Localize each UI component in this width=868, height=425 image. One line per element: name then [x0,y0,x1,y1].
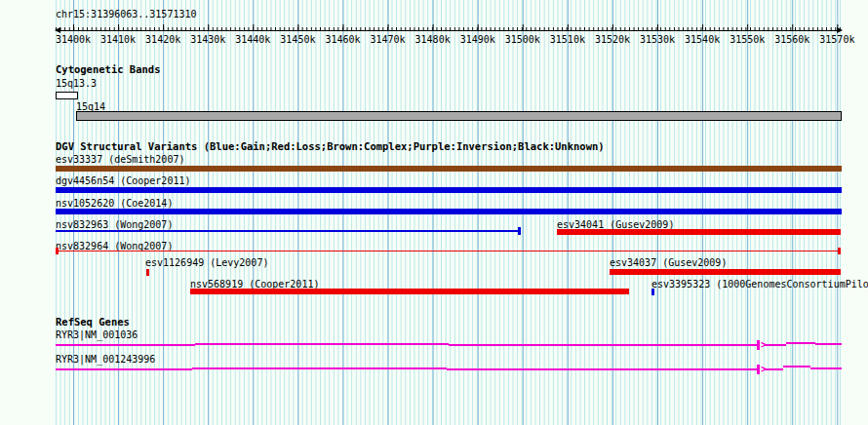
ruler-tick-label: 31520k [595,34,630,45]
cytogenetic-bands-header: Cytogenetic Bands [56,64,160,75]
ruler-tick-label: 31460k [325,34,360,45]
variant-bar[interactable] [190,289,629,294]
gene-line-segment[interactable] [195,343,449,345]
cytoband-box [56,92,78,99]
gene-line-segment[interactable] [56,344,195,346]
refseq-genes-header: RefSeq Genes [56,317,130,328]
ruler-tick-label: 31450k [280,34,315,45]
variant-bar[interactable] [56,230,520,232]
region-coordinates-label: chr15:31396063..31571310 [56,9,197,19]
ruler-tick-label: 31470k [370,34,405,45]
gene-strand-arrow-icon: > [761,364,767,374]
ruler-tick-label: 31440k [235,34,270,45]
gene-line-segment[interactable] [783,366,810,367]
gene-line-segment[interactable] [719,344,758,346]
variant-end-tick[interactable] [838,248,841,254]
variant-label[interactable]: esv33337 (deSmith2007) [56,154,184,165]
ruler-tick-label: 31510k [550,34,585,45]
gene-strand-arrow-icon: > [761,339,767,350]
ruler-tick-label: 31490k [460,34,495,45]
ruler-tick-label: 31480k [415,34,451,45]
ruler-tick-label: 31410k [100,34,136,45]
variant-end-tick[interactable] [56,248,59,254]
variant-label[interactable]: esv34037 (Gusev2009) [610,257,727,268]
variant-label[interactable]: dgv4456n54 (Cooper2011) [56,175,190,186]
ruler-tick-label: 31560k [774,34,809,45]
ruler-right-arrow-icon [837,27,843,33]
gene-label[interactable]: RYR3|NM_001243996 [56,354,155,365]
variant-end-tick[interactable] [651,289,654,295]
gene-line-segment[interactable] [764,344,786,346]
ruler-tick-label: 31430k [190,34,225,45]
ruler-left-arrow-icon [55,27,60,33]
genome-browser-view: chr15:31396063..31571310 31400k31410k314… [0,0,868,425]
gene-line-segment[interactable] [815,343,842,345]
ruler-major-ticks [56,24,842,30]
gene-line-segment[interactable] [447,368,719,370]
gene-exon-tick[interactable] [757,340,760,350]
variant-bar[interactable] [56,209,842,214]
ruler-tick-label: 31500k [505,34,540,45]
gene-line-segment[interactable] [56,368,192,370]
cytoband-box [76,111,842,121]
gene-line-segment[interactable] [786,342,815,344]
ruler-tick-label: 31530k [640,34,675,45]
variant-end-tick[interactable] [146,269,149,276]
variant-bar[interactable] [610,269,841,275]
variant-label[interactable]: esv3395323 (1000GenomesConsortiumPilo [651,279,868,290]
gene-line-segment[interactable] [810,367,842,369]
variant-label[interactable]: nsv1052620 (Coe2014) [56,198,173,209]
variant-bar[interactable] [557,229,841,235]
ruler-tick-label: 31550k [730,34,765,45]
ruler-tick-label: 31420k [145,34,180,45]
ruler-tick-label: 31400k [56,34,91,45]
dgv-track-header: DGV Structural Variants (Blue:Gain;Red:L… [56,141,605,152]
gene-line-segment[interactable] [449,344,719,346]
ruler-tick-label: 31540k [685,34,720,45]
gene-line-segment[interactable] [719,368,758,370]
variant-label[interactable]: nsv832963 (Wong2007) [56,219,173,230]
gene-exon-tick[interactable] [757,365,760,374]
variant-bar[interactable] [56,187,842,193]
cytoband-label: 15q13.3 [56,78,97,89]
gene-label[interactable]: RYR3|NM_001036 [56,329,138,340]
gene-line-segment[interactable] [192,367,447,369]
variant-end-tick[interactable] [518,227,521,235]
variant-bar[interactable] [56,166,842,172]
variant-bar[interactable] [56,251,840,251]
ruler-axis-line [56,30,842,31]
ruler-tick-label: 31570k [819,34,854,45]
variant-label[interactable]: esv1126949 (Levy2007) [145,257,268,268]
